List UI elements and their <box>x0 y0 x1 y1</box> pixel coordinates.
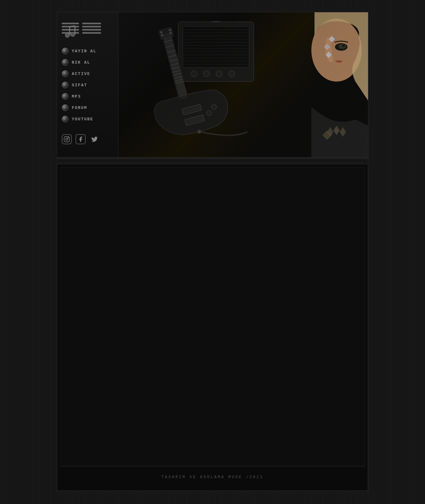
nav-bullet <box>62 116 69 123</box>
svg-rect-2 <box>62 29 79 31</box>
svg-point-14 <box>66 138 68 140</box>
instagram-icon[interactable] <box>62 134 72 144</box>
nav-bullet <box>62 48 69 54</box>
svg-rect-11 <box>82 29 101 31</box>
top-section: YAYIN AL NIK AL ACTIVE SIFAT MP3 FORUM <box>57 12 368 158</box>
nav-item-nik-al[interactable]: NIK AL <box>57 57 118 68</box>
nav-item-forum[interactable]: FORUM <box>57 102 118 113</box>
logo-area <box>57 17 118 45</box>
content-area <box>60 167 365 466</box>
facebook-icon[interactable] <box>76 134 86 144</box>
nav-label-youtube: YOUTUBE <box>72 117 94 122</box>
social-icons-group <box>57 128 118 147</box>
nav-item-mp3[interactable]: MP3 <box>57 91 118 102</box>
nav-label-nik-al: NIK AL <box>72 60 90 65</box>
nav-label-sifat: SIFAT <box>72 83 87 88</box>
svg-rect-0 <box>62 23 79 24</box>
nav-bullet <box>62 59 69 66</box>
svg-point-4 <box>65 33 70 37</box>
twitter-icon[interactable] <box>89 134 99 144</box>
svg-rect-13 <box>64 137 70 142</box>
hero-overlay <box>118 12 368 157</box>
nav-bullet <box>62 82 69 89</box>
nav-bullet <box>62 104 69 111</box>
footer-text: TASARIM VE KODLAMA MUGE /2021 <box>60 470 365 484</box>
svg-rect-10 <box>82 26 101 27</box>
nav-item-yayin-al[interactable]: YAYIN AL <box>57 45 118 57</box>
nav-label-yayin-al: YAYIN AL <box>72 49 96 54</box>
svg-point-5 <box>71 32 75 37</box>
nav-label-forum: FORUM <box>72 106 87 110</box>
svg-line-8 <box>70 26 75 26</box>
outer-container: YAYIN AL NIK AL ACTIVE SIFAT MP3 FORUM <box>0 0 425 504</box>
nav-item-active[interactable]: ACTIVE <box>57 68 118 79</box>
nav-bullet <box>62 70 69 77</box>
footer: TASARIM VE KODLAMA MUGE /2021 <box>60 466 365 488</box>
separator <box>57 158 368 161</box>
nav-label-mp3: MP3 <box>72 94 81 99</box>
sidebar: YAYIN AL NIK AL ACTIVE SIFAT MP3 FORUM <box>57 12 118 157</box>
svg-point-15 <box>68 138 69 138</box>
svg-rect-9 <box>82 23 101 24</box>
nav-item-youtube[interactable]: YOUTUBE <box>57 113 118 125</box>
svg-rect-12 <box>82 32 101 34</box>
nav-label-active: ACTIVE <box>72 72 90 76</box>
nav-bullet <box>62 93 69 100</box>
site-logo <box>62 20 103 39</box>
main-content-wrapper: TASARIM VE KODLAMA MUGE /2021 <box>57 164 368 491</box>
nav-item-sifat[interactable]: SIFAT <box>57 79 118 91</box>
hero-image: FENDER <box>118 12 368 157</box>
svg-rect-3 <box>62 32 79 34</box>
